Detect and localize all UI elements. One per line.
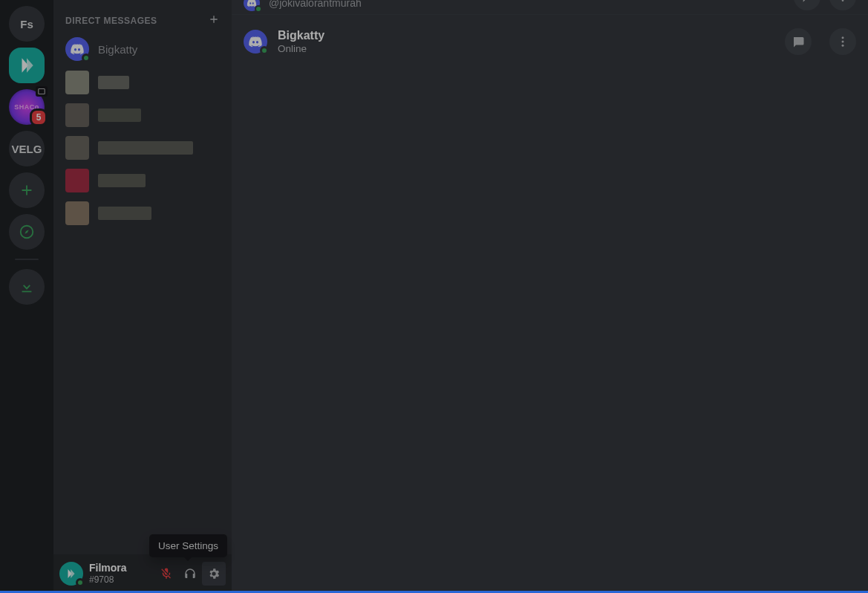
plus-icon (19, 182, 35, 198)
server-separator (15, 259, 39, 260)
filmora-icon (17, 56, 36, 75)
more-vertical-icon (836, 35, 849, 48)
notification-badge: 5 (30, 108, 48, 126)
message-icon (792, 35, 805, 48)
profile-name: Bigkatty (278, 28, 324, 42)
server-home[interactable]: Fs (9, 6, 45, 42)
main-area: @jokivalorantmurah Bigkatty Online (232, 0, 868, 593)
user-info[interactable]: Filmora #9708 (89, 562, 154, 585)
server-shaco[interactable]: SHACo 5 (9, 89, 45, 125)
dm-header-label: DIRECT MESSAGES (65, 16, 157, 26)
server-sidebar: Fs SHACo 5 VELG (0, 0, 53, 593)
more-button[interactable] (829, 28, 856, 55)
message-icon (801, 0, 813, 3)
dm-item-redacted[interactable] (59, 198, 226, 229)
profile-status: Online (278, 42, 324, 56)
avatar (65, 37, 89, 61)
more-button[interactable] (829, 0, 856, 10)
dm-item-redacted[interactable] (59, 132, 226, 163)
server-filmora[interactable] (9, 48, 45, 83)
compass-icon (19, 224, 35, 240)
message-button[interactable] (785, 28, 812, 55)
user-panel: User Settings Filmora #9708 (53, 554, 232, 593)
dm-item-redacted[interactable] (59, 67, 226, 98)
filmora-icon (65, 567, 78, 580)
status-online (76, 578, 85, 587)
more-vertical-icon (837, 0, 849, 3)
add-server-button[interactable] (9, 172, 45, 208)
dm-item-redacted[interactable] (59, 165, 226, 196)
tooltip-user-settings: User Settings (149, 534, 227, 557)
streaming-icon (36, 86, 48, 97)
dm-name: Bigkatty (98, 43, 137, 56)
channel-sidebar: DIRECT MESSAGES Bigkatty User Settings F… (53, 0, 232, 593)
svg-point-3 (842, 0, 844, 1)
user-name: Filmora (89, 562, 154, 574)
avatar (244, 0, 260, 11)
dm-list: Bigkatty (53, 31, 232, 554)
avatar[interactable] (244, 30, 267, 54)
deafen-button[interactable] (178, 562, 202, 586)
user-settings-button[interactable] (202, 562, 226, 586)
server-velg-label: VELG (12, 143, 42, 155)
svg-point-5 (842, 41, 844, 43)
plus-icon (208, 13, 220, 25)
previous-item-row: @jokivalorantmurah (232, 0, 868, 15)
download-icon (19, 279, 35, 295)
user-tag: #9708 (89, 574, 154, 585)
dm-header: DIRECT MESSAGES (53, 0, 232, 31)
gear-icon (207, 567, 221, 580)
svg-point-6 (842, 45, 844, 47)
download-apps-button[interactable] (9, 269, 45, 305)
create-dm-button[interactable] (208, 13, 220, 28)
profile-header: Bigkatty Online (232, 15, 868, 69)
discover-servers-button[interactable] (9, 214, 45, 250)
mic-muted-icon (160, 567, 173, 580)
headphones-icon (183, 567, 197, 580)
avatar[interactable] (59, 562, 83, 586)
dm-item-redacted[interactable] (59, 100, 226, 131)
message-button[interactable] (794, 0, 820, 10)
status-online (255, 5, 262, 13)
server-velg[interactable]: VELG (9, 131, 45, 166)
status-online (82, 54, 91, 62)
dm-item-bigkatty[interactable]: Bigkatty (59, 33, 226, 65)
previous-handle: @jokivalorantmurah (269, 0, 362, 9)
status-online (260, 46, 269, 55)
server-home-label: Fs (20, 18, 33, 30)
user-controls (154, 562, 226, 586)
svg-point-4 (842, 37, 844, 39)
mute-button[interactable] (154, 562, 178, 586)
